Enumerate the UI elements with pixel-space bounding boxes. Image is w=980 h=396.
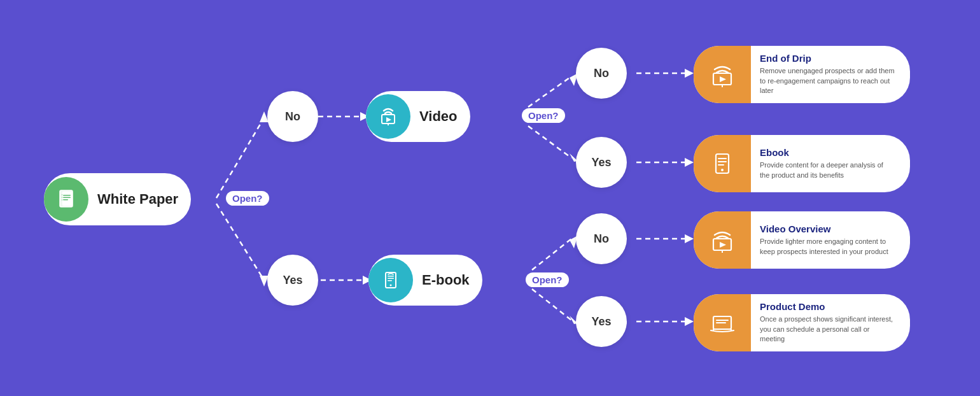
ebook-result-title: Ebook — [760, 147, 895, 158]
svg-line-2 — [216, 204, 264, 280]
svg-rect-39 — [388, 278, 394, 279]
video-overview-card: Video Overview Provide lighter more enga… — [694, 211, 910, 269]
white-paper-pill: White Paper — [44, 173, 191, 225]
ebook-result-icon-box — [694, 135, 751, 192]
svg-line-0 — [216, 118, 264, 198]
video-overview-title: Video Overview — [760, 223, 895, 234]
video-pill: Video — [366, 91, 470, 142]
product-demo-text: Product Demo Once a prospect shows signi… — [751, 295, 900, 350]
svg-line-14 — [532, 289, 571, 320]
svg-marker-52 — [720, 242, 726, 248]
end-of-drip-card: End of Drip Remove unengaged prospects o… — [694, 46, 910, 103]
video-overview-desc: Provide lighter more engaging content to… — [760, 237, 895, 257]
video-overview-text: Video Overview Provide lighter more enga… — [751, 217, 900, 263]
video-overview-icon-box — [694, 211, 751, 269]
svg-line-10 — [528, 126, 571, 158]
svg-rect-38 — [388, 276, 394, 277]
product-demo-title: Product Demo — [760, 301, 895, 312]
ebook-result-card: Ebook Provide content for a deeper analy… — [694, 135, 910, 192]
product-demo-desc: Once a prospect shows significant intere… — [760, 315, 895, 344]
svg-point-41 — [390, 285, 392, 286]
svg-marker-23 — [685, 317, 694, 326]
product-demo-card: Product Demo Once a prospect shows signi… — [694, 294, 910, 351]
video-open-label: Open? — [522, 108, 565, 123]
white-paper-open-label: Open? — [226, 191, 269, 206]
ebook-pill: E-book — [368, 255, 482, 306]
yes-bottom-circle: Yes — [267, 255, 318, 306]
no-top-circle: No — [267, 91, 318, 142]
yes-video-circle: Yes — [576, 137, 627, 188]
ebook-open-label: Open? — [526, 272, 569, 287]
ebook-label: E-book — [413, 272, 482, 288]
svg-rect-40 — [388, 280, 392, 281]
no-ebook-circle: No — [576, 213, 627, 264]
svg-rect-29 — [62, 192, 73, 206]
svg-marker-21 — [685, 234, 694, 243]
video-label: Video — [410, 108, 470, 125]
ebook-result-desc: Provide content for a deeper analysis of… — [760, 160, 895, 180]
svg-marker-17 — [685, 69, 694, 78]
white-paper-label: White Paper — [88, 191, 191, 208]
yes-ebook-circle: Yes — [576, 296, 627, 347]
ebook-result-text: Ebook Provide content for a deeper analy… — [751, 141, 900, 187]
svg-line-12 — [532, 239, 571, 270]
product-demo-icon-box — [694, 294, 751, 351]
svg-rect-31 — [63, 197, 71, 199]
no-video-circle: No — [576, 48, 627, 99]
svg-line-8 — [528, 76, 571, 107]
svg-marker-19 — [685, 158, 694, 167]
svg-rect-49 — [718, 164, 724, 166]
end-of-drip-title: End of Drip — [760, 53, 895, 64]
svg-rect-47 — [718, 158, 727, 159]
svg-rect-57 — [716, 322, 726, 323]
svg-marker-34 — [386, 117, 391, 122]
svg-rect-48 — [718, 161, 727, 162]
svg-point-50 — [721, 169, 724, 171]
svg-rect-32 — [63, 199, 68, 201]
end-of-drip-icon-box — [694, 46, 751, 103]
end-of-drip-desc: Remove unengaged prospects or add them t… — [760, 66, 895, 95]
end-of-drip-text: End of Drip Remove unengaged prospects o… — [751, 46, 900, 102]
svg-rect-30 — [63, 195, 71, 196]
svg-rect-56 — [716, 320, 729, 321]
svg-marker-43 — [720, 76, 726, 82]
